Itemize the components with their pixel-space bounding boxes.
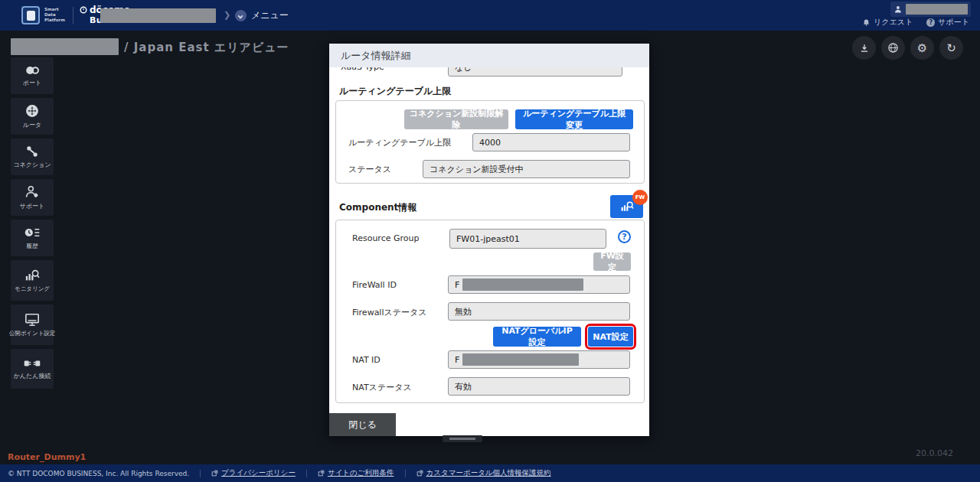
background-area-label [443, 435, 482, 442]
sidebar-item-monitoring[interactable]: モニタリング [11, 260, 54, 301]
question-icon: ? [926, 18, 935, 27]
logo-divider [73, 7, 74, 24]
sdp-logo-line2: Data [44, 12, 65, 18]
external-link-icon [318, 470, 325, 477]
nat-global-ip-button[interactable]: NATグローバルIP設定 [493, 327, 581, 347]
resource-group-label: Resource Group [352, 233, 419, 243]
sidebar-item-port[interactable]: ポート [11, 57, 54, 94]
connection-limit-release-button[interactable]: コネクション新設制限解除 [404, 109, 508, 129]
refresh-button[interactable]: ↻ [939, 36, 963, 60]
request-link[interactable]: リクエスト [862, 17, 913, 28]
footer-link-privacy[interactable]: プライバシーポリシー [211, 468, 296, 478]
sdp-logo-icon [21, 6, 40, 24]
firewall-status-field[interactable]: 無効 [448, 302, 630, 321]
download-button[interactable] [852, 36, 876, 60]
app-root: Smart Data Platform döcomo Business ❯ メニ… [0, 0, 980, 482]
router-name-label: Router_Dummy1 [8, 452, 86, 462]
footer-divider [200, 470, 201, 477]
sidebar-item-easy-connect[interactable]: かんたん接続 [11, 349, 54, 389]
close-button[interactable]: 閉じる [329, 413, 396, 436]
firewall-status-label: Firewallステータス [352, 307, 427, 318]
nat-status-field[interactable]: 有効 [448, 377, 630, 396]
support-person-icon [24, 184, 41, 200]
footer-link-terms[interactable]: サイトのご利用条件 [318, 468, 394, 478]
fw-status-badge: FW [632, 190, 648, 205]
sdp-logo-line3: Platform [44, 18, 65, 23]
fw-setting-button[interactable]: FW設定 [593, 252, 631, 271]
chevron-down-icon [235, 10, 247, 21]
nat-id-label: NAT ID [352, 355, 381, 365]
page-title: / Japan East エリアビュー [124, 41, 289, 55]
routing-limit-label: ルーティングテーブル上限 [348, 137, 451, 148]
gear-icon: ⚙ [917, 41, 927, 55]
support-link[interactable]: ? サポート [926, 17, 969, 28]
redacted-tenant-name [11, 38, 119, 55]
sidebar-item-router[interactable]: ルータ [11, 98, 54, 135]
footer-divider [405, 470, 406, 477]
routing-table-limit-change-button[interactable]: ルーティングテーブル上限変更 [515, 109, 633, 129]
router-detail-modal: ルータ情報詳細 XaaS Type なし ルーティングテーブル上限 コネクション… [329, 44, 649, 436]
user-icon [893, 5, 903, 14]
version-label: 20.0.042 [916, 448, 953, 458]
public-point-icon [24, 312, 41, 327]
menu-label: メニュー [251, 9, 289, 22]
nat-status-label: NATステータス [352, 382, 412, 393]
globe-button[interactable] [881, 36, 905, 60]
footer-divider [306, 470, 307, 477]
history-icon [24, 226, 41, 239]
monitoring-icon [619, 200, 635, 213]
routing-status-label: ステータス [348, 164, 391, 175]
modal-title: ルータ情報詳細 [329, 44, 649, 67]
redacted-username [906, 4, 968, 15]
globe-icon [887, 42, 899, 54]
routing-status-field[interactable]: コネクション新設受付中 [423, 160, 630, 178]
resource-group-field[interactable]: FW01-jpeast01 [449, 229, 606, 249]
refresh-icon: ↻ [946, 41, 956, 55]
monitoring-icon [24, 268, 41, 283]
settings-button[interactable]: ⚙ [910, 36, 934, 60]
breadcrumb-separator: ❯ [224, 10, 230, 20]
connection-icon [24, 145, 40, 158]
sidebar-item-support[interactable]: サポート [11, 179, 54, 216]
sidebar-item-history[interactable]: 履歴 [11, 220, 54, 256]
help-icon[interactable]: ? [618, 230, 631, 243]
firewall-id-field[interactable]: F [448, 275, 630, 294]
request-label: リクエスト [874, 17, 913, 28]
menu-button[interactable]: メニュー [235, 9, 289, 22]
external-link-icon [211, 470, 218, 477]
top-navbar: Smart Data Platform döcomo Business ❯ メニ… [0, 0, 980, 31]
nat-id-field[interactable]: F [448, 350, 630, 369]
redacted-breadcrumb [100, 8, 216, 23]
nat-setting-button[interactable]: NAT設定 [588, 327, 633, 347]
sidebar-item-connection[interactable]: コネクション [11, 138, 54, 175]
easy-connect-icon [23, 357, 41, 370]
support-label: サポート [938, 17, 969, 28]
sdp-logo-line1: Smart [44, 7, 65, 12]
xaas-type-label: XaaS Type [341, 67, 384, 72]
sidebar-item-public-point[interactable]: 公開ポイント設定 [11, 305, 54, 345]
docomo-mark-icon [80, 6, 87, 14]
redacted-firewall-id [462, 278, 583, 291]
router-icon [24, 103, 40, 119]
routing-limit-field[interactable]: 4000 [472, 133, 630, 151]
user-account-button[interactable] [890, 2, 971, 17]
bell-icon [862, 18, 871, 27]
copyright-text: © NTT DOCOMO BUSINESS, Inc. All Rights R… [8, 470, 189, 477]
component-section-title: Component情報 [339, 201, 416, 214]
download-icon [859, 43, 870, 54]
port-icon [24, 64, 41, 77]
routing-section-title: ルーティングテーブル上限 [339, 85, 451, 98]
sdp-logo-text: Smart Data Platform [44, 7, 65, 23]
xaas-type-row: XaaS Type なし [329, 67, 649, 77]
footer-link-personal-info[interactable]: カスタマーポータル個人情報保護規約 [416, 468, 551, 478]
redacted-nat-id [462, 353, 579, 366]
external-link-icon [416, 470, 423, 477]
footer-bar: © NTT DOCOMO BUSINESS, Inc. All Rights R… [0, 464, 980, 482]
xaas-type-field[interactable]: なし [448, 67, 622, 77]
firewall-id-label: FireWall ID [352, 280, 397, 290]
